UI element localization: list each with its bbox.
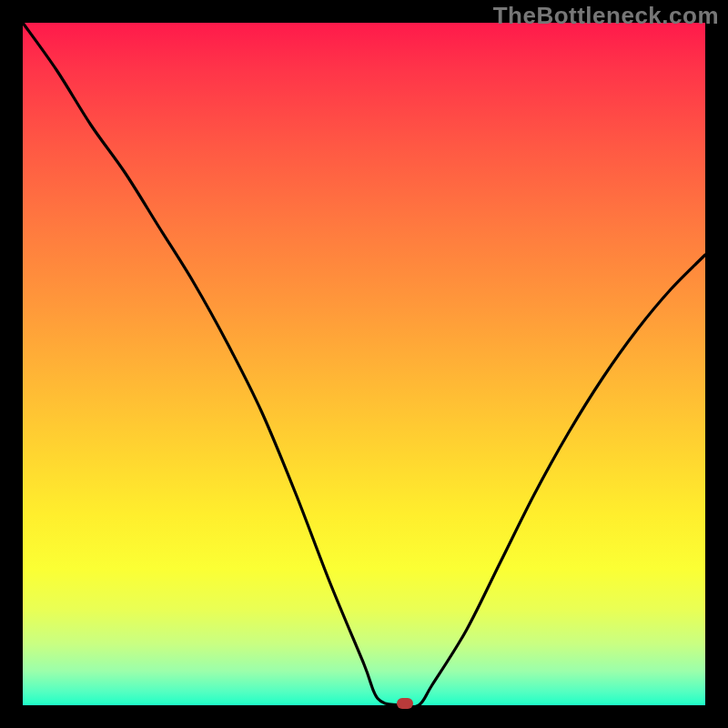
site-watermark: TheBottleneck.com [493,2,719,30]
optimum-marker [397,698,413,709]
chart-stage: TheBottleneck.com [0,0,728,728]
plot-area [23,23,705,705]
bottleneck-curve-path [23,23,705,707]
bottleneck-curve-svg [23,23,705,705]
